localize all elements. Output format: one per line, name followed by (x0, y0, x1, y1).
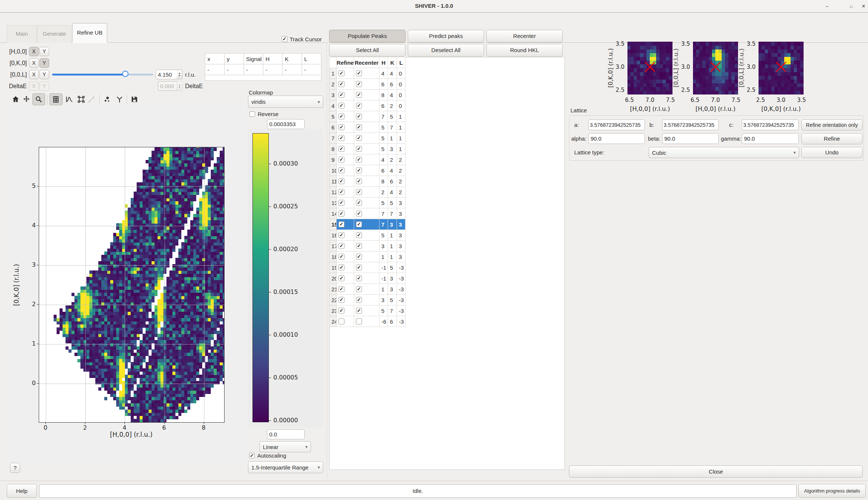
recenter-button[interactable]: Recenter (486, 30, 563, 42)
grid-icon[interactable] (50, 93, 62, 105)
recenter-checkbox[interactable]: ✓ (356, 232, 362, 238)
k-value[interactable]: 2 (388, 100, 397, 111)
refine-checkbox[interactable]: ✓ (338, 243, 344, 249)
colormap-select[interactable]: viridis▾ (248, 96, 323, 108)
undo-button[interactable]: Undo (801, 147, 862, 158)
h-value[interactable]: 6 (379, 79, 388, 90)
row-number[interactable]: 8 (330, 144, 337, 154)
refine-checkbox[interactable]: ✓ (338, 232, 344, 238)
refine-button[interactable]: Refine (801, 133, 862, 144)
row-number[interactable]: 9 (330, 154, 337, 165)
k-value[interactable]: 7 (388, 305, 397, 316)
k-value[interactable]: 4 (388, 90, 397, 100)
checkbox-cell[interactable]: ✓ (354, 305, 379, 316)
l-value[interactable]: 3 (397, 198, 406, 208)
checkbox-cell[interactable]: ✓ (354, 154, 379, 165)
h-value[interactable]: -1 (379, 262, 388, 273)
l-value[interactable]: 0 (397, 79, 406, 90)
checkbox-cell[interactable]: ✓ (337, 111, 354, 122)
pan-icon[interactable] (20, 93, 33, 105)
peaks-table-row[interactable]: 7✓✓511 (330, 133, 406, 144)
l-value[interactable]: 3 (397, 251, 406, 262)
checkbox-cell[interactable]: ✓ (354, 68, 379, 79)
k-value[interactable]: 5 (388, 111, 397, 122)
checkbox-cell[interactable]: ✓ (354, 79, 379, 90)
l-value[interactable]: 2 (397, 154, 406, 165)
slider-handle[interactable] (122, 71, 128, 77)
refine-checkbox[interactable]: ✓ (338, 286, 344, 292)
refine-checkbox[interactable]: ✓ (338, 103, 344, 109)
k-value[interactable]: 7 (388, 208, 397, 219)
l-value[interactable]: -3 (397, 305, 406, 316)
checkbox-cell[interactable]: ✓ (354, 90, 379, 100)
peaks-table-row[interactable]: 5✓✓751 (330, 111, 406, 122)
checkbox-cell[interactable]: ✓ (354, 133, 379, 144)
checkbox-cell[interactable]: ✓ (354, 262, 379, 273)
peak-plot-icon[interactable] (63, 93, 76, 105)
c-field[interactable] (742, 119, 799, 130)
close-button[interactable]: Close (569, 465, 863, 478)
refine-checkbox[interactable]: ✓ (338, 275, 344, 281)
refine-checkbox[interactable]: ✓ (338, 211, 344, 217)
row-number[interactable]: 21 (330, 284, 337, 295)
h-value[interactable]: 4 (379, 68, 388, 79)
recenter-checkbox[interactable]: ✓ (356, 211, 362, 217)
track-cursor-checkbox[interactable]: ✓ (282, 36, 287, 42)
peaks-table[interactable]: RefineRecenterHKL1✓✓4402✓✓6603✓✓8404✓✓62… (329, 57, 406, 327)
l-spinner[interactable]: ▲▼ (177, 70, 182, 79)
normalization-select[interactable]: 1.5-Interquartile Range▾ (248, 461, 323, 473)
checkbox-cell[interactable]: ✓ (337, 122, 354, 133)
refine-checkbox[interactable]: ✓ (338, 200, 344, 206)
peaks-table-row[interactable]: 11✓✓862 (330, 176, 406, 187)
recenter-checkbox[interactable]: ✓ (356, 81, 362, 87)
refine-orientation-button[interactable]: Refine orientation only (801, 119, 862, 131)
checkbox-cell[interactable]: ✓ (354, 144, 379, 154)
k-value[interactable]: 1 (388, 241, 397, 251)
refine-checkbox[interactable]: ✓ (338, 297, 344, 303)
l-value[interactable]: -3 (397, 273, 406, 284)
l-value[interactable]: 3 (397, 208, 406, 219)
refine-checkbox[interactable]: ✓ (338, 124, 344, 130)
refine-checkbox[interactable]: ✓ (338, 70, 344, 76)
refine-checkbox[interactable]: ✓ (338, 146, 344, 152)
beta-field[interactable] (662, 133, 719, 144)
checkbox-cell[interactable]: ✓ (354, 208, 379, 219)
checkbox-cell[interactable]: ✓ (354, 230, 379, 241)
checkbox-cell[interactable]: ✓ (337, 305, 354, 316)
h-value[interactable]: -1 (379, 273, 388, 284)
scatter-plot-icon[interactable] (101, 93, 113, 105)
checkbox-cell[interactable]: ✓ (337, 262, 354, 273)
0K0-y-button[interactable]: Y (39, 58, 49, 68)
checkbox-cell[interactable]: ✓ (354, 100, 379, 111)
recenter-checkbox[interactable]: ✓ (356, 265, 362, 270)
refine-checkbox[interactable]: ✓ (338, 254, 344, 260)
checkbox-cell[interactable]: ✓ (337, 187, 354, 198)
h-value[interactable]: 4 (379, 154, 388, 165)
k-value[interactable]: 1 (388, 133, 397, 144)
k-value[interactable]: 1 (388, 251, 397, 262)
recenter-checkbox[interactable]: ✓ (356, 243, 362, 249)
row-number[interactable]: 6 (330, 122, 337, 133)
checkbox-cell[interactable]: ✓ (354, 122, 379, 133)
l-value[interactable]: -3 (397, 295, 406, 305)
peaks-table-row[interactable]: 18✓✓113 (330, 251, 406, 262)
peaks-table-row[interactable]: 1✓✓440 (330, 68, 406, 79)
tab-refine-ub[interactable]: Refine UB (72, 23, 107, 43)
non-orthogonal-axes-icon[interactable] (113, 93, 126, 105)
main-heatmap-plot[interactable] (39, 147, 225, 423)
peaks-table-row[interactable]: 2✓✓660 (330, 79, 406, 90)
checkbox-cell[interactable]: ✓ (337, 241, 354, 251)
peaks-table-row[interactable]: 17✓✓313 (330, 241, 406, 251)
peaks-table-row[interactable]: 22✓✓35-3 (330, 295, 406, 305)
autoscaling-checkbox[interactable]: ✓ (249, 453, 255, 458)
save-icon[interactable] (128, 93, 141, 105)
l-value[interactable]: 1 (397, 122, 406, 133)
recenter-checkbox[interactable]: ✓ (356, 135, 362, 141)
l-value[interactable]: -3 (397, 262, 406, 273)
checkbox-cell[interactable]: ✓ (337, 219, 354, 230)
tab-main[interactable]: Main (7, 25, 37, 43)
peaks-table-row[interactable]: 19✓✓-15-3 (330, 262, 406, 273)
row-number[interactable]: 13 (330, 198, 337, 208)
refine-checkbox[interactable]: ✓ (338, 265, 344, 270)
l-value[interactable]: 0 (397, 90, 406, 100)
